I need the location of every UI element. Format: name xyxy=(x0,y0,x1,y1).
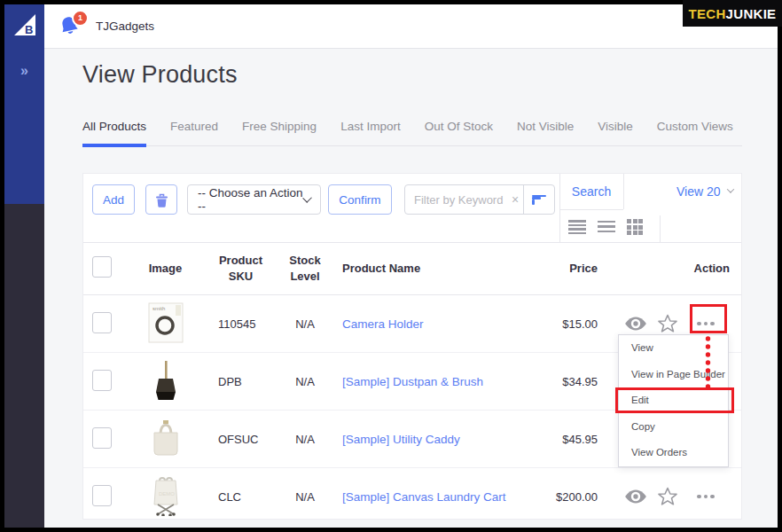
screenshot-frame: B » 1 TJGadgets TECHJUNKIE View Products… xyxy=(0,0,782,532)
stock-level-cell: N/A xyxy=(274,317,336,331)
search-link[interactable]: Search xyxy=(559,174,623,209)
toolbar: Add -- Choose an Action -- Confirm × xyxy=(83,174,741,243)
column-header-image: Image xyxy=(123,261,207,277)
row-checkbox[interactable] xyxy=(92,485,112,506)
view-count-dropdown[interactable]: View 20 xyxy=(676,174,733,209)
product-name-link[interactable]: [Sample] Dustpan & Brush xyxy=(342,375,483,388)
svg-text:smith: smith xyxy=(152,306,165,311)
top-header-bar: 1 TJGadgets xyxy=(44,4,778,49)
product-sku-cell: DPB xyxy=(207,375,274,388)
product-sku-cell: CLC xyxy=(207,490,274,504)
price-cell: $15.00 xyxy=(518,317,598,331)
page-title: View Products xyxy=(82,61,238,89)
filter-keyword-input[interactable] xyxy=(405,193,507,207)
row-actions xyxy=(598,314,743,333)
column-header-name: Product Name xyxy=(336,261,518,277)
utility-caddy-thumbnail xyxy=(148,418,184,458)
canvas-laundry-cart-thumbnail: DEMO xyxy=(148,475,184,516)
tabs-bar: All ProductsFeaturedFree ShippingLast Im… xyxy=(82,120,742,146)
product-name-link[interactable]: [Sample] Canvas Laundry Cart xyxy=(342,490,506,504)
compact-list-view-icon[interactable] xyxy=(568,220,586,234)
row-actions xyxy=(598,487,743,506)
table-row: DEMO CLC N/A [Sample] Canvas Laundry Car… xyxy=(83,468,741,525)
select-all-checkbox[interactable] xyxy=(92,256,112,278)
stock-level-cell: N/A xyxy=(274,433,336,446)
trash-icon xyxy=(155,192,168,207)
product-sku-cell: OFSUC xyxy=(207,433,274,446)
favorite-star-icon[interactable] xyxy=(657,487,678,506)
svg-text:DEMO: DEMO xyxy=(159,491,175,497)
visibility-eye-icon[interactable] xyxy=(624,488,647,505)
ellipsis-icon[interactable] xyxy=(694,495,717,499)
delete-button[interactable] xyxy=(145,184,177,215)
action-select[interactable]: -- Choose an Action -- xyxy=(187,184,321,215)
filter-options-button[interactable] xyxy=(523,185,554,214)
column-header-sku: Product SKU xyxy=(207,253,274,284)
grid-view-icon[interactable] xyxy=(627,219,643,235)
action-dropdown-menu: ViewView in Page BuilderEditCopyView Ord… xyxy=(618,334,729,467)
product-sku-cell: 110545 xyxy=(207,317,274,331)
row-checkbox[interactable] xyxy=(92,427,112,449)
menu-item-edit[interactable]: Edit xyxy=(619,387,728,414)
brand-tech-text: TECH xyxy=(689,6,726,21)
toolbar-divider xyxy=(559,209,623,210)
bigcommerce-logo[interactable]: B xyxy=(4,4,44,44)
toolbar-divider xyxy=(623,174,624,209)
row-checkbox[interactable] xyxy=(92,312,112,333)
menu-item-copy[interactable]: Copy xyxy=(619,414,728,441)
product-name-link[interactable]: [Sample] Utility Caddy xyxy=(342,433,460,446)
confirm-button[interactable]: Confirm xyxy=(328,184,392,215)
store-name: TJGadgets xyxy=(96,20,154,33)
menu-item-view-orders[interactable]: View Orders xyxy=(619,440,728,466)
menu-item-view-in-page-builder[interactable]: View in Page Builder xyxy=(619,362,728,388)
tab-out-of-stock[interactable]: Out Of Stock xyxy=(425,120,493,145)
bigcommerce-logo-icon: B xyxy=(12,12,38,38)
tab-custom-views[interactable]: Custom Views xyxy=(657,120,733,145)
tab-visible[interactable]: Visible xyxy=(598,120,633,145)
camera-holder-thumbnail: smith xyxy=(148,302,184,343)
sidebar: B » xyxy=(4,4,44,528)
price-cell: $45.95 xyxy=(518,433,598,446)
list-view-icon[interactable] xyxy=(598,221,615,234)
filter-group: × xyxy=(404,184,555,215)
view-count-label: View 20 xyxy=(676,174,721,209)
column-header-action: Action xyxy=(598,261,743,277)
sidebar-lower xyxy=(4,204,44,528)
brand-junkie-text: JUNKIE xyxy=(726,6,777,21)
notifications-button[interactable]: 1 xyxy=(59,15,82,38)
tab-free-shipping[interactable]: Free Shipping xyxy=(242,120,317,145)
price-cell: $200.00 xyxy=(518,490,598,504)
add-button[interactable]: Add xyxy=(92,184,135,215)
toolbar-divider xyxy=(660,215,661,242)
logo-letter: B xyxy=(25,23,33,36)
clear-filter-icon[interactable]: × xyxy=(507,192,523,207)
tab-all-products[interactable]: All Products xyxy=(82,120,146,147)
tab-not-visible[interactable]: Not Visible xyxy=(517,120,574,145)
view-mode-switcher xyxy=(568,219,643,235)
tab-featured[interactable]: Featured xyxy=(170,120,218,145)
row-checkbox[interactable] xyxy=(92,370,112,391)
notification-badge: 1 xyxy=(72,10,89,27)
action-select-value: -- Choose an Action -- xyxy=(198,186,304,213)
stock-level-cell: N/A xyxy=(274,375,336,388)
favorite-star-icon[interactable] xyxy=(657,314,678,333)
price-cell: $34.95 xyxy=(518,375,598,388)
filter-lines-icon xyxy=(532,195,546,205)
table-header-row: Image Product SKU Stock Level Product Na… xyxy=(83,243,741,295)
ellipsis-icon[interactable] xyxy=(694,322,717,326)
tab-last-import[interactable]: Last Import xyxy=(340,120,401,145)
menu-item-view[interactable]: View xyxy=(619,335,728,362)
techjunkie-logo: TECHJUNKIE xyxy=(683,0,782,27)
product-name-link[interactable]: Camera Holder xyxy=(342,317,424,331)
dustpan-brush-thumbnail xyxy=(148,360,184,401)
sidebar-expand-button[interactable]: » xyxy=(4,63,44,79)
visibility-eye-icon[interactable] xyxy=(624,315,647,332)
chevron-down-icon xyxy=(726,185,733,192)
stock-level-cell: N/A xyxy=(274,490,336,504)
column-header-price: Price xyxy=(518,261,598,277)
column-header-stock: Stock Level xyxy=(274,253,336,284)
